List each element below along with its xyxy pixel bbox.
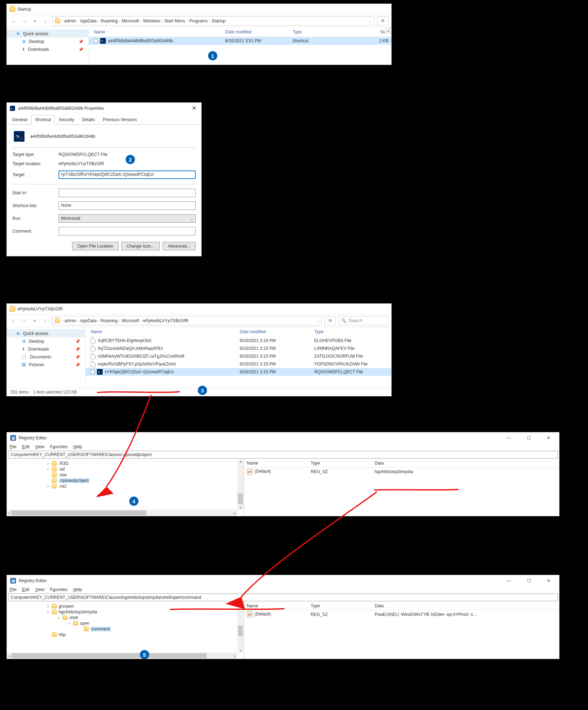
advanced-button[interactable]: Advanced... [163,242,196,250]
close-button[interactable]: ✕ [190,105,198,112]
close-button[interactable]: ✕ [544,434,554,441]
scrollbar-horizontal[interactable]: ◂▸ [7,652,237,659]
address-bar[interactable]: Computer\HKEY_CURRENT_USER\SOFTWARE\Clas… [8,594,558,601]
crumb[interactable]: Roaming [100,18,118,23]
tree-twisty[interactable]: v [46,610,50,614]
file-row[interactable]: >_xYKNpkZjWCzDaX.rQsIowdPClqEct9/20/2021… [86,368,391,376]
tree-twisty[interactable]: > [46,467,50,471]
sidebar-downloads[interactable]: ⬇Downloads📌 [7,345,85,353]
maximize-button[interactable]: ☐ [524,434,534,441]
search-input[interactable]: 🔍Search [339,316,388,325]
crumb[interactable]: Roaming [100,318,118,323]
scroll-up-button[interactable]: ▴ [385,27,391,34]
file-row[interactable]: xspkcRvGiBPyFSY.yGpSdNcVPaukZAmI9/20/202… [86,360,391,368]
crumb[interactable]: admin [64,318,76,323]
col-name[interactable]: Name [94,29,105,34]
scrollbar-thumb[interactable] [238,493,243,504]
tree-twisty[interactable]: > [46,605,50,608]
column-headers[interactable]: Name Type Data [244,602,559,610]
comment-input[interactable] [59,227,196,235]
checkbox[interactable] [91,370,95,374]
checkbox[interactable] [94,39,98,43]
col-date[interactable]: Date modified [225,29,293,34]
sidebar-quick-access[interactable]: ★Quick access [7,29,88,38]
scrollbar-thumb[interactable] [11,510,146,515]
crumb[interactable]: Microsoft [122,18,139,23]
run-select[interactable]: Minimized⌄ [59,214,196,223]
tab-general[interactable]: General [8,115,31,124]
tree-twisty[interactable]: > [46,462,50,466]
tree-twisty[interactable]: v [67,622,71,625]
refresh-button[interactable]: ⟳ [325,316,336,325]
target-input[interactable]: ryiTXBzGfR\xYKNpkZjWCzDaX.rQsIowdPClqEct [59,170,196,179]
column-headers[interactable]: Nameˆ Date modified Type [86,327,391,337]
col-type[interactable]: Type [293,29,360,34]
menu-edit[interactable]: Edit [22,587,29,592]
tab-previous-versions[interactable]: Previous Versions [99,115,141,124]
up-button[interactable]: ↑ [42,17,49,25]
file-row[interactable]: XqRCBYTEHh.ElgHevpObS9/20/2021 3:15 PMEL… [86,337,391,345]
col-type[interactable]: Type [311,603,375,608]
minimize-button[interactable]: — [504,577,514,584]
forward-button[interactable]: → [20,17,28,25]
col-size[interactable]: Size [360,29,388,34]
address-bar[interactable]: Computer\HKEY_CURRENT_USER\SOFTWARE\Clas… [8,451,558,459]
tree-item[interactable]: command [7,626,244,632]
scrollbar-vertical[interactable]: ▴▾ [237,459,244,510]
chevron-down-icon[interactable]: ⌄ [316,319,319,323]
refresh-button[interactable]: ⟳ [377,16,388,26]
maximize-button[interactable]: ☐ [524,577,534,584]
close-button[interactable]: ✕ [544,577,554,584]
sidebar-documents[interactable]: 📄Documents📌 [7,353,85,361]
forward-button[interactable]: → [20,317,28,325]
menu-view[interactable]: View [35,587,44,592]
tree-item[interactable]: >grvopen [7,603,244,609]
change-icon-button[interactable]: Change Icon... [121,242,160,250]
menu-favorites[interactable]: Favorites [50,444,67,449]
tree-item[interactable]: >.R3D [7,461,244,466]
menu-favorites[interactable]: Favorites [50,587,67,592]
up-button[interactable]: ↑ [42,317,49,325]
crumb[interactable]: AppData [80,18,97,23]
scrollbar-thumb[interactable] [238,625,243,636]
menu-file[interactable]: File [10,587,16,592]
menu-file[interactable]: File [10,444,16,449]
tab-details[interactable]: Details [78,115,99,124]
tab-security[interactable]: Security [55,115,78,124]
startin-input[interactable] [59,189,196,197]
recent-dropdown[interactable]: ▾ [31,317,39,325]
tree-twisty[interactable]: > [46,484,50,488]
crumb[interactable]: Startup [212,18,225,23]
col-name[interactable]: Name [247,603,311,608]
scrollbar-vertical[interactable]: ▴▾ [237,602,244,652]
tree-item[interactable]: >.raf [7,466,244,472]
crumb[interactable]: Microsoft [122,318,139,323]
tree-item[interactable]: vhgofvkbckqcbimydia [7,609,244,615]
crumb[interactable]: admin [64,18,76,23]
col-type[interactable]: Type [314,329,382,334]
back-button[interactable]: ← [10,17,17,25]
file-row[interactable]: xSMHeXyWTmEGrhBCtZF.zaTgJXsCnoRfuM9/20/2… [86,352,391,360]
file-row[interactable]: XqTZszviokNDaQA.lxMnRaqAFEv9/20/2021 3:1… [86,345,391,352]
menu-help[interactable]: Help [73,444,82,449]
tree-item[interactable]: http [7,632,244,638]
sidebar-desktop[interactable]: 🖥Desktop📌 [7,337,85,345]
col-data[interactable]: Data [375,603,556,608]
shortcutkey-input[interactable]: None [59,201,196,210]
crumb[interactable]: Windows [143,18,160,23]
scrollbar-thumb[interactable] [11,653,207,658]
tree-twisty[interactable]: v [56,616,61,620]
col-name[interactable]: Name [247,461,311,466]
col-type[interactable]: Type [311,461,375,466]
tree-item[interactable]: vopen [7,620,244,626]
sidebar-quick-access[interactable]: ★Quick access [7,329,85,337]
breadcrumb[interactable]: › admin› AppData› Roaming› Microsoft› Wi… [52,16,374,26]
col-date[interactable]: Date modified [240,329,314,334]
sidebar-pictures[interactable]: 🖼Pictures📌 [7,361,85,369]
tree-item[interactable]: .rqsiowdpclqect [7,478,244,483]
chevron-down-icon[interactable]: ⌄ [369,19,372,23]
minimize-button[interactable]: — [504,434,514,441]
registry-value-row[interactable]: ab(Default) REG_SZ PowErShELI -WindOWsTY… [244,610,559,619]
tree-item[interactable]: .raw [7,472,244,478]
menu-help[interactable]: Help [73,587,82,592]
